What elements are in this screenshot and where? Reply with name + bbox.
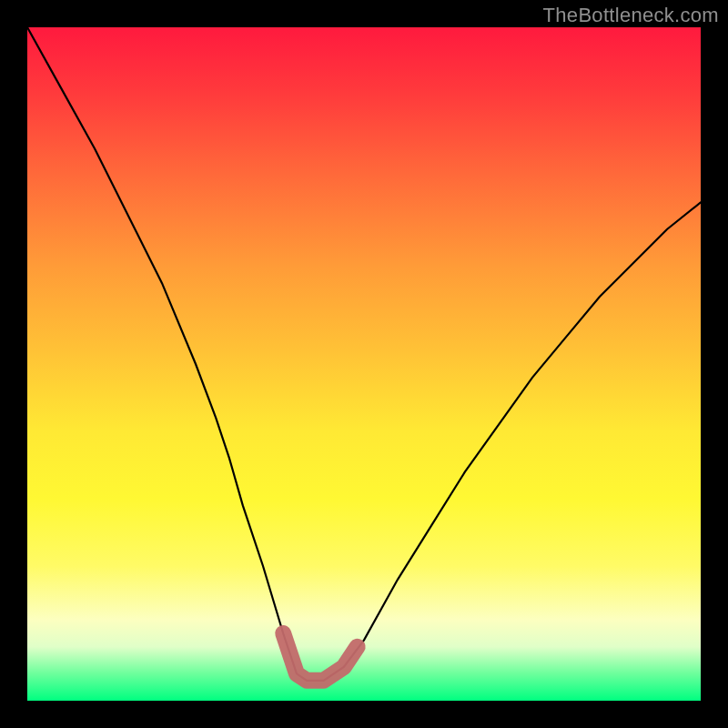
curve-svg [27, 27, 701, 701]
watermark-text: TheBottleneck.com [543, 4, 719, 27]
chart-frame: TheBottleneck.com [0, 0, 728, 728]
bottleneck-curve-path [27, 27, 701, 681]
plot-area [27, 27, 701, 701]
highlight-band-path [283, 633, 357, 681]
